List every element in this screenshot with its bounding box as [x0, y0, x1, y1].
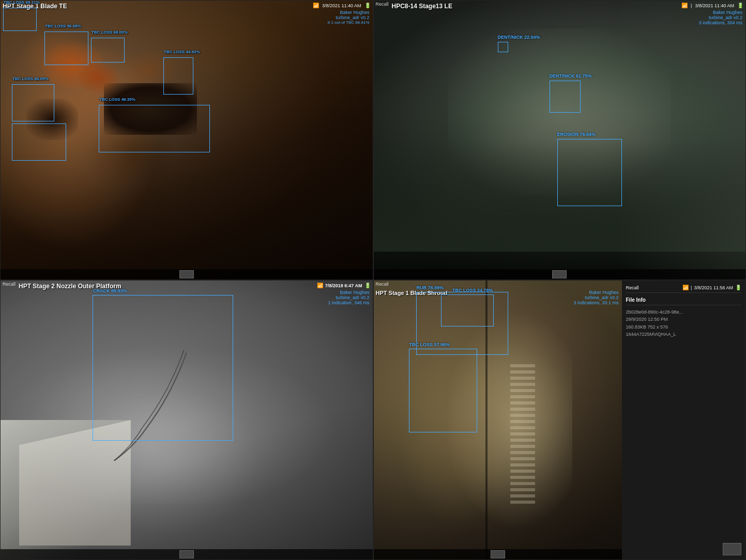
q4-sidebar: Recall 📶 | 3/8/2021 11:56 AM 🔋 File Info… [622, 281, 746, 559]
detection-label-q4-1: TBC LOSS 24.78% [452, 288, 493, 293]
q4-file-info-title: File Info [626, 297, 742, 305]
q4-thumbnail[interactable] [491, 550, 505, 558]
q4-sidebar-datetime: 3/8/2021 11:56 AM [694, 285, 733, 290]
detection-label-q4-2: TBC LOSS 57.96% [409, 342, 450, 347]
detection-box-q4-1: TBC LOSS 24.78% [441, 294, 494, 326]
q2-bottom-bar [374, 269, 746, 279]
q3-title: HPT Stage 2 Nozzle Outer Platform [19, 283, 121, 290]
q3-info-line2: turbine_adr v0.2 [328, 295, 369, 300]
q1-datetime: 3/8/2021 11:40 AM [322, 3, 361, 8]
q4-sidebar-wifi: 📶 [682, 285, 689, 290]
detection-label-q1-4: TBC LOSS 66.09% [12, 76, 49, 81]
q4-info-line2: turbine_adr v0.2 [573, 295, 618, 300]
quadrant-2: Recall HPC8-14 Stage13 LE 📶 | 3/8/2021 1… [373, 0, 747, 280]
q1-battery-icon: 🔋 [364, 3, 371, 8]
q1-wifi-icon: 📶 [313, 3, 319, 8]
q4-sidebar-battery: 🔋 [735, 285, 741, 290]
detection-box-q2-2 [557, 139, 622, 206]
q3-datetime: 7/8/2018 6:47 AM [325, 283, 362, 288]
q1-info-line1: Baker Hughes [328, 10, 370, 15]
q3-bottom-bar [1, 549, 373, 559]
q2-datetime: 3/8/2021 11:40 AM [695, 3, 734, 8]
q3-battery-icon: 🔋 [364, 283, 371, 288]
detection-area-q2-2: EROSION 76.84% [557, 139, 622, 206]
detection-box-q2-0 [498, 42, 508, 52]
q4-sidebar-recall: Recall [626, 285, 639, 290]
q3-wifi-icon: 📶 [317, 283, 323, 288]
q2-info-line1: Baker Hughes [698, 10, 742, 15]
detection-label-q2-2: EROSION 76.84% [557, 132, 596, 137]
q1-info-line3: 8 1 out of TBC 88.81% [328, 20, 370, 25]
q4-bottom-bar [374, 549, 622, 559]
q4-info-line1: Baker Hughes [573, 290, 618, 295]
q3-info-line1: Baker Hughes [328, 290, 369, 295]
quadrant-1: HPT Stage 1 Blade TE 📶 3/8/2021 11:40 AM… [0, 0, 373, 280]
q4-file-size: 160.83KB 752 x 576 [626, 323, 742, 331]
q3-thumbnail[interactable] [179, 550, 194, 558]
detection-box-q1-1: TBC LOSS 56.08% [44, 32, 88, 65]
q4-image-panel: Recall HPT Stage 1 Blade Shroud Baker Hu… [374, 281, 622, 559]
quadrant-3: Recall HPT Stage 2 Nozzle Outer Platform… [0, 280, 373, 560]
q1-title: HPT Stage 1 Blade TE [3, 3, 67, 10]
q2-recall-label: Recall [376, 2, 389, 7]
detection-area-q2-0: DENT/NICK 22.04% [498, 42, 508, 52]
q4-recall-label: Recall [376, 282, 389, 287]
detection-box-q2-1 [550, 81, 581, 113]
q4-sidebar-thumbnail[interactable] [723, 543, 741, 555]
q2-info-line2: turbine_adr v0.2 [698, 15, 742, 20]
detection-label-q1-0: TBC LOSS 68.11% [4, 0, 40, 5]
q1-thumbnail[interactable] [179, 270, 194, 278]
q2-title: HPC8-14 Stage13 LE [392, 3, 452, 10]
detection-box-q4-2: TBC LOSS 57.96% [409, 349, 477, 432]
detection-area-q2-1: DENT/NICK 61.75% [550, 81, 581, 113]
detection-label-q3-0: CRACK 88.93% [93, 288, 127, 293]
quadrant-4: Recall HPT Stage 1 Blade Shroud Baker Hu… [373, 280, 747, 560]
q1-info-line2: turbine_adr v0.2 [328, 15, 370, 20]
q4-file-uuid: 2b028e0d-890c-4c28-98e... [626, 308, 742, 316]
q2-wifi-icon: 📶 [681, 3, 688, 8]
q3-info-line3: 1 indication, 346 ms [328, 300, 369, 305]
detection-box-q1-6 [12, 123, 66, 161]
detection-label-q1-2: TBC LOSS 68.00% [92, 30, 128, 35]
q4-info-line3: 3 indications, 33.1 ms [573, 300, 618, 305]
q3-recall-label: Recall [3, 282, 16, 287]
detection-box-q1-5: TBC LOSS 48.35% [99, 105, 210, 152]
detection-label-q1-3: TBC LOSS 44.92% [164, 50, 200, 54]
q1-bottom-bar [1, 269, 373, 279]
crack-overlay [1, 281, 373, 559]
q4-file-date: 29/9/2020 12:50 PM [626, 316, 742, 323]
q2-thumbnail[interactable] [552, 270, 567, 278]
detection-box-q1-4: TBC LOSS 66.09% [12, 84, 54, 121]
detection-box-q1-2: TBC LOSS 68.00% [91, 38, 125, 63]
q2-battery-icon: 🔋 [737, 3, 743, 8]
detection-label-q2-1: DENT/NICK 61.75% [550, 73, 592, 79]
detection-box-q1-3: TBC LOSS 44.92% [163, 57, 193, 95]
q2-info-line3: 3 indications, 304 ms [698, 20, 742, 25]
detection-label-q2-0: DENT/NICK 22.04% [498, 35, 540, 40]
q4-file-id: 1644A7225MViQHAA_L [626, 331, 742, 338]
detection-box-q3-0: CRACK 88.93% [93, 295, 233, 441]
detection-label-q1-5: TBC LOSS 48.35% [99, 97, 135, 102]
detection-label-q1-1: TBC LOSS 56.08% [45, 24, 81, 28]
detection-box-q1-0: TBC LOSS 68.11% [3, 8, 37, 31]
detection-label-q4-0: RUB 78.99% [417, 285, 444, 290]
